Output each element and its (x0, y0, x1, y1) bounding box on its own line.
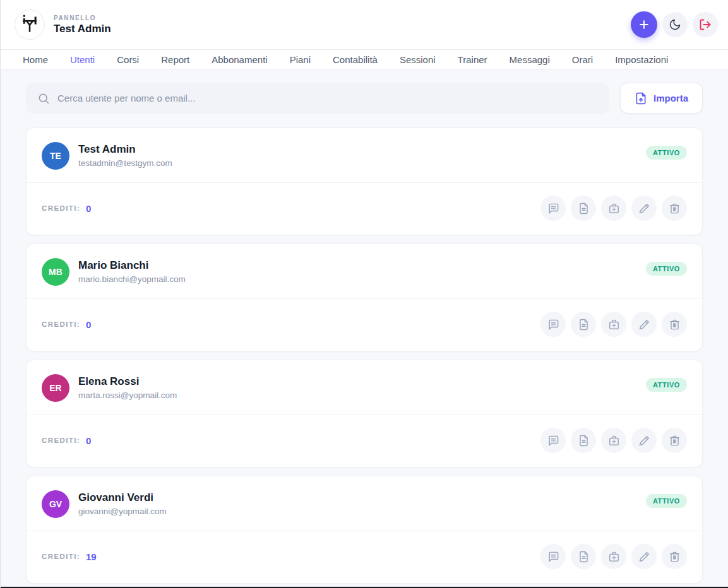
chat-icon (547, 435, 559, 447)
pencil-icon (638, 551, 650, 563)
add-package-button[interactable] (601, 544, 626, 569)
user-email: marta.rossi@yopmail.com (78, 391, 177, 400)
nav-item-piani[interactable]: Piani (290, 54, 311, 65)
add-package-button[interactable] (601, 312, 626, 337)
chat-icon (547, 319, 559, 331)
logout-button[interactable] (693, 12, 718, 37)
gym-logo (15, 9, 45, 40)
message-button[interactable] (540, 196, 566, 221)
user-card: TE Test Admin testadmin@testgym.com ATTI… (26, 127, 703, 235)
nav-item-contabilit[interactable]: Contabilità (333, 54, 378, 65)
message-button[interactable] (540, 544, 566, 569)
credits: CREDITI: 0 (42, 203, 91, 214)
credits-label: CREDITI: (42, 553, 80, 560)
search-icon (37, 92, 50, 105)
nav-item-utenti[interactable]: Utenti (70, 54, 95, 65)
document-button[interactable] (571, 428, 596, 453)
add-package-button[interactable] (601, 196, 626, 221)
edit-button[interactable] (631, 544, 657, 569)
import-button[interactable]: Importa (620, 83, 703, 114)
nav-item-home[interactable]: Home (23, 54, 48, 65)
status-badge: ATTIVO (646, 378, 687, 392)
search-input[interactable] (57, 93, 597, 103)
nav-item-orari[interactable]: Orari (572, 54, 593, 65)
pencil-icon (638, 435, 650, 447)
status-badge: ATTIVO (646, 262, 687, 276)
user-name: Mario Bianchi (78, 258, 186, 272)
message-button[interactable] (540, 312, 566, 337)
user-card-footer: CREDITI: 0 (27, 183, 702, 235)
status-badge: ATTIVO (646, 146, 687, 160)
edit-button[interactable] (631, 428, 657, 453)
main-content: Importa TE Test Admin testadmin@testgym.… (1, 70, 728, 584)
credits-value: 0 (86, 319, 91, 330)
user-name: Test Admin (78, 142, 172, 156)
chat-icon (547, 551, 559, 563)
user-card-header: ER Elena Rossi marta.rossi@yopmail.com A… (27, 360, 702, 415)
theme-toggle-button[interactable] (662, 12, 688, 37)
card-actions (540, 428, 687, 453)
nav-item-trainer[interactable]: Trainer (458, 54, 487, 65)
plus-icon (638, 18, 650, 31)
credits: CREDITI: 0 (42, 319, 91, 330)
nav-item-abbonamenti[interactable]: Abbonamenti (212, 54, 267, 65)
credits-value: 0 (86, 203, 91, 214)
user-identity: Giovanni Verdi giovanni@yopmail.com (78, 490, 167, 516)
credits: CREDITI: 0 (42, 435, 91, 446)
credits-label: CREDITI: (42, 204, 80, 212)
nav-item-messaggi[interactable]: Messaggi (510, 54, 550, 65)
user-email: testadmin@testgym.com (78, 158, 172, 168)
medical-bag-plus-icon (608, 551, 620, 563)
user-email: giovanni@yopmail.com (78, 507, 167, 516)
user-card-footer: CREDITI: 0 (27, 299, 702, 351)
credits-value: 0 (86, 435, 91, 446)
avatar: ER (42, 374, 69, 402)
add-user-button[interactable] (631, 11, 657, 38)
toolbar: Importa (26, 83, 703, 114)
trash-icon (669, 319, 681, 331)
user-identity: Elena Rossi marta.rossi@yopmail.com (78, 374, 177, 400)
delete-button[interactable] (662, 196, 687, 221)
credits-value: 19 (86, 551, 97, 562)
user-card: ER Elena Rossi marta.rossi@yopmail.com A… (26, 360, 703, 467)
add-package-button[interactable] (601, 428, 626, 453)
user-card-header: GV Giovanni Verdi giovanni@yopmail.com A… (27, 476, 702, 531)
credits-label: CREDITI: (42, 320, 80, 328)
message-button[interactable] (540, 428, 566, 453)
document-button[interactable] (571, 312, 596, 337)
pencil-icon (638, 203, 650, 215)
user-card-footer: CREDITI: 19 (27, 531, 702, 583)
chat-icon (547, 203, 559, 215)
user-name: Elena Rossi (78, 374, 177, 388)
medical-bag-plus-icon (608, 319, 620, 331)
trash-icon (669, 551, 681, 563)
document-button[interactable] (571, 196, 596, 221)
user-card-footer: CREDITI: 0 (27, 415, 702, 467)
credits-label: CREDITI: (42, 437, 80, 444)
brand: PANNELLO Test Admin (15, 9, 111, 40)
medical-bag-plus-icon (608, 203, 620, 215)
avatar: MB (42, 258, 69, 286)
user-card: GV Giovanni Verdi giovanni@yopmail.com A… (26, 476, 703, 584)
document-icon (578, 435, 590, 447)
nav-item-impostazioni[interactable]: Impostazioni (615, 54, 668, 65)
document-icon (578, 203, 590, 215)
credits: CREDITI: 19 (42, 551, 97, 562)
nav-item-report[interactable]: Report (161, 54, 189, 65)
user-identity: Test Admin testadmin@testgym.com (78, 142, 172, 168)
delete-button[interactable] (662, 428, 687, 453)
card-actions (540, 312, 687, 337)
edit-button[interactable] (631, 196, 657, 221)
card-actions (540, 544, 687, 569)
nav-item-sessioni[interactable]: Sessioni (400, 54, 436, 65)
search-box (26, 83, 609, 114)
edit-button[interactable] (631, 312, 657, 337)
moon-icon (669, 18, 681, 31)
user-name: Giovanni Verdi (78, 490, 167, 504)
nav-item-corsi[interactable]: Corsi (117, 54, 139, 65)
logout-icon (699, 18, 712, 31)
delete-button[interactable] (662, 544, 687, 569)
delete-button[interactable] (662, 312, 687, 337)
document-button[interactable] (571, 544, 596, 569)
file-upload-icon (635, 92, 647, 105)
